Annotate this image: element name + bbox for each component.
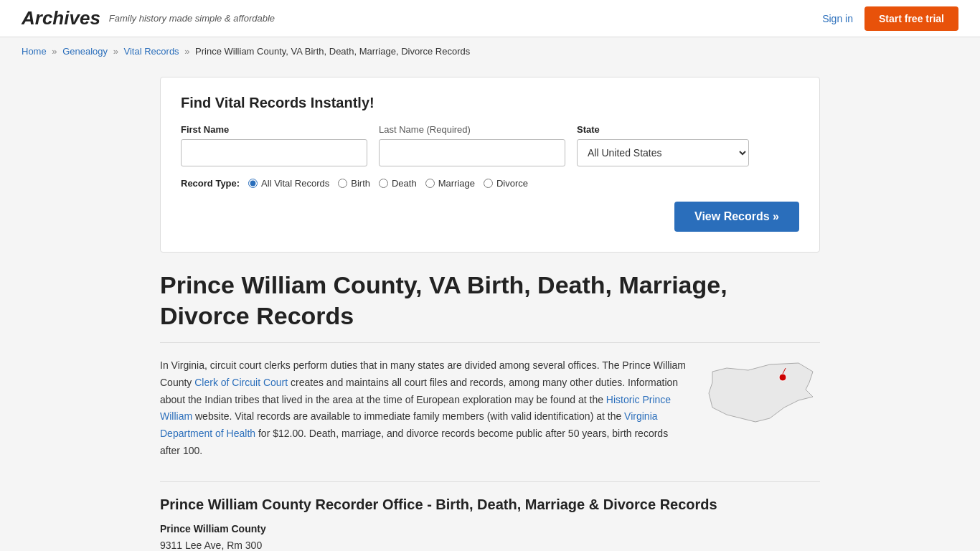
breadcrumb-sep1: » [52, 46, 57, 57]
address-line1: 9311 Lee Ave, Rm 300 [160, 537, 820, 551]
record-type-label: Record Type: [181, 178, 240, 189]
first-name-group: First Name [181, 124, 367, 166]
breadcrumb-current: Prince William County, VA Birth, Death, … [195, 46, 470, 57]
body-section: In Virginia, circuit court clerks perfor… [160, 357, 820, 460]
first-name-label: First Name [181, 124, 367, 135]
site-logo: Archives [22, 7, 100, 29]
recorder-heading: Prince William County Recorder Office - … [160, 481, 820, 513]
svg-point-1 [779, 374, 786, 381]
site-tagline: Family history made simple & affordable [109, 13, 275, 24]
va-map-svg [705, 357, 820, 436]
radio-death[interactable] [379, 179, 388, 188]
sign-in-link[interactable]: Sign in [822, 13, 853, 24]
breadcrumb-genealogy[interactable]: Genealogy [62, 46, 108, 57]
start-trial-button[interactable]: Start free trial [864, 6, 958, 31]
breadcrumb-sep3: » [184, 46, 189, 57]
search-fields: First Name Last Name (Required) State Al… [181, 124, 799, 166]
recorder-section: Prince William County Recorder Office - … [160, 481, 820, 551]
last-name-label: Last Name (Required) [379, 124, 565, 135]
state-label: State [577, 124, 749, 135]
svg-marker-0 [709, 363, 813, 422]
radio-marriage[interactable] [425, 179, 435, 188]
radio-divorce[interactable] [484, 179, 493, 188]
header-logo-area: Archives Family history made simple & af… [22, 7, 275, 29]
title-divider [160, 342, 820, 343]
search-box: Find Vital Records Instantly! First Name… [160, 77, 820, 253]
breadcrumb-sep2: » [113, 46, 118, 57]
last-name-group: Last Name (Required) [379, 124, 565, 166]
record-type-divorce[interactable]: Divorce [484, 178, 528, 189]
office-name: Prince William County [160, 523, 820, 534]
record-type-all[interactable]: All Vital Records [248, 178, 329, 189]
office-address: 9311 Lee Ave, Rm 300 Manassas, VA 20110-… [160, 537, 820, 551]
first-name-input[interactable] [181, 139, 367, 166]
record-type-marriage[interactable]: Marriage [425, 178, 475, 189]
breadcrumb: Home » Genealogy » Vital Records » Princ… [0, 37, 980, 65]
state-select[interactable]: All United States Virginia Alabama Alask… [577, 139, 749, 166]
body-text: In Virginia, circuit court clerks perfor… [160, 357, 691, 460]
radio-all-vital[interactable] [248, 179, 258, 188]
record-type-row: Record Type: All Vital Records Birth Dea… [181, 178, 799, 189]
state-group: State All United States Virginia Alabama… [577, 124, 749, 166]
search-title: Find Vital Records Instantly! [181, 95, 799, 111]
breadcrumb-home[interactable]: Home [22, 46, 47, 57]
record-type-birth[interactable]: Birth [338, 178, 370, 189]
main-content: Find Vital Records Instantly! First Name… [146, 77, 834, 551]
clerk-link[interactable]: Clerk of Circuit Court [194, 377, 288, 388]
page-title: Prince William County, VA Birth, Death, … [160, 270, 820, 331]
record-type-death[interactable]: Death [379, 178, 417, 189]
view-records-area: View Records » [181, 202, 799, 232]
site-header: Archives Family history made simple & af… [0, 0, 980, 37]
breadcrumb-vital-records[interactable]: Vital Records [124, 46, 179, 57]
va-map [705, 357, 820, 438]
last-name-input[interactable] [379, 139, 565, 166]
view-records-button[interactable]: View Records » [674, 202, 799, 232]
radio-birth[interactable] [338, 179, 347, 188]
header-actions: Sign in Start free trial [822, 6, 958, 31]
